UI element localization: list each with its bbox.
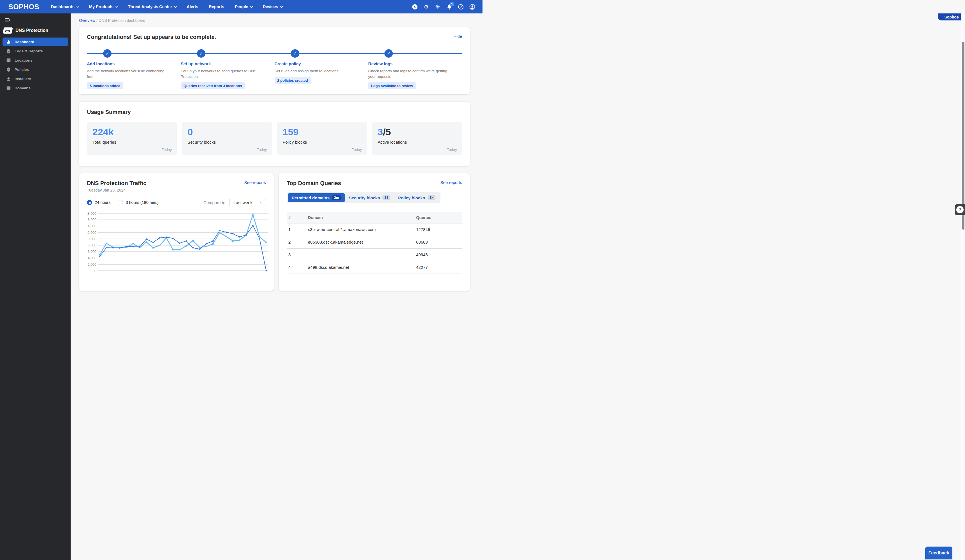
setup-complete-card: Congratulations! Set up appears to be co… bbox=[79, 27, 470, 95]
cell-domain bbox=[306, 248, 414, 261]
metric-label: Security blocks bbox=[188, 140, 266, 144]
step-title: Add locations bbox=[87, 61, 114, 66]
svg-text:14,000: 14,000 bbox=[87, 224, 96, 228]
setup-step-create-policy: ✓Create policySet rules and assign them … bbox=[275, 49, 368, 89]
breadcrumb-separator: / bbox=[96, 18, 99, 23]
metric-period: Today bbox=[257, 148, 267, 152]
metric-suffix: /5 bbox=[383, 127, 391, 137]
bar-chart-icon bbox=[6, 39, 11, 44]
cell-rank: 3 bbox=[287, 248, 306, 261]
primary-nav: DashboardsMy ProductsThreat Analysis Cen… bbox=[51, 5, 282, 9]
nav-item-my-products[interactable]: My Products bbox=[89, 5, 118, 9]
chevron-down-icon bbox=[77, 5, 79, 8]
table-row[interactable]: 4a498.dscd.akamai.net42277 bbox=[287, 261, 462, 274]
server-stack-icon bbox=[6, 86, 11, 90]
dns-traffic-card: DNS Protection Traffic See reports Tuesd… bbox=[79, 173, 274, 280]
sidebar-item-domains[interactable]: Domains bbox=[3, 84, 68, 92]
table-row[interactable]: 1s3-r-w.eu-central-1.amazonaws.com127846 bbox=[287, 223, 462, 236]
sidebar-item-dashboard[interactable]: Dashboard bbox=[3, 38, 68, 46]
metric-card-total-queries: 224kTotal queriesToday bbox=[87, 122, 177, 155]
tab-label: Permitted domains bbox=[292, 196, 329, 200]
top-domains-table: #DomainQueries 1s3-r-w.eu-central-1.amaz… bbox=[287, 212, 462, 274]
metric-value: 224k bbox=[92, 127, 171, 137]
radio-dot-icon bbox=[118, 200, 123, 205]
setup-step-review-logs: ✓Review logsCheck reports and logs to co… bbox=[368, 49, 462, 89]
grid-icon bbox=[6, 58, 11, 63]
step-status-badge[interactable]: 2 policies created bbox=[275, 77, 311, 84]
sidebar-item-policies[interactable]: Policies bbox=[3, 65, 68, 73]
radio-dot-icon bbox=[87, 200, 92, 205]
domain-tabs: Permitted domains2mSecurity blocks33Poli… bbox=[287, 192, 440, 203]
bell-icon[interactable]: 1 bbox=[446, 4, 452, 10]
radio-24-hours[interactable]: 24 hours bbox=[87, 200, 110, 205]
cell-queries: 127846 bbox=[414, 223, 462, 236]
time-range-radios: 24 hours3 hours (180 min.) bbox=[87, 200, 159, 205]
step-title: Create policy bbox=[275, 61, 301, 66]
hide-link[interactable]: Hide bbox=[453, 34, 462, 39]
step-title: Review logs bbox=[368, 61, 393, 66]
breadcrumb-overview-link[interactable]: Overview bbox=[79, 18, 95, 23]
help-icon[interactable]: ? bbox=[458, 4, 464, 10]
step-status-badge[interactable]: 5 locations added bbox=[87, 82, 123, 89]
stepper-steps: ✓Add locationsAdd the network locations … bbox=[87, 49, 462, 89]
sidebar-item-installers[interactable]: Installers bbox=[3, 75, 68, 83]
tab-count-badge: 1k bbox=[428, 195, 435, 200]
sidebar-collapse-icon[interactable] bbox=[5, 17, 11, 23]
metric-label: Active locations bbox=[378, 140, 456, 144]
compare-to-label: Compare to: bbox=[203, 200, 227, 205]
sidebar-menu: DashboardLogs & ReportsLocationsPolicies… bbox=[0, 38, 70, 92]
sidebar-item-logs-reports[interactable]: Logs & Reports bbox=[3, 47, 68, 55]
setup-card-title: Congratulations! Set up appears to be co… bbox=[87, 34, 216, 40]
check-circle-icon: ✓ bbox=[197, 49, 205, 58]
nav-item-dashboards[interactable]: Dashboards bbox=[51, 5, 79, 9]
usage-metric-cards: 224kTotal queriesToday0Security blocksTo… bbox=[87, 122, 462, 155]
brightness-icon[interactable]: ☀ bbox=[435, 4, 441, 10]
svg-text:10,000: 10,000 bbox=[87, 237, 96, 241]
account-icon[interactable] bbox=[469, 4, 475, 10]
tab-count-badge: 2m bbox=[332, 195, 341, 200]
chevron-down-icon bbox=[260, 201, 263, 204]
compare-select[interactable]: Last week bbox=[229, 198, 266, 207]
breadcrumb-current: DNS Protection dashboard bbox=[99, 18, 146, 23]
download-icon bbox=[6, 77, 11, 81]
tab-permitted-domains[interactable]: Permitted domains2m bbox=[288, 193, 345, 202]
traffic-see-reports-link[interactable]: See reports bbox=[244, 180, 266, 185]
traffic-date: Tuesday Jan 23, 2024 bbox=[87, 188, 266, 193]
cell-domain: a498.dscd.akamai.net bbox=[306, 261, 414, 274]
step-description: Check reports and logs to confirm we're … bbox=[368, 68, 462, 79]
domains-see-reports-link[interactable]: See reports bbox=[440, 180, 462, 185]
sidebar-item-locations[interactable]: Locations bbox=[3, 56, 68, 64]
check-circle-icon: ✓ bbox=[103, 49, 111, 58]
top-nav: SOPHOS DashboardsMy ProductsThreat Analy… bbox=[0, 0, 483, 13]
metric-card-active-locations: 3/5Active locationsToday bbox=[372, 122, 462, 155]
radio-3-hours-180-min[interactable]: 3 hours (180 min.) bbox=[118, 200, 159, 205]
dns-product-icon: DNS bbox=[3, 28, 13, 34]
nav-item-label: Alerts bbox=[186, 5, 198, 9]
setup-step-add-locations: ✓Add locationsAdd the network locations … bbox=[87, 49, 181, 89]
step-status-badge[interactable]: Logs available to review bbox=[368, 82, 416, 89]
sidebar-item-label: Dashboard bbox=[15, 40, 34, 44]
chevron-down-icon bbox=[174, 5, 177, 8]
gear-icon[interactable]: ⚙ bbox=[423, 4, 429, 10]
table-row[interactable]: 2e86303.dscx.akamaiedge.net68683 bbox=[287, 236, 462, 248]
nav-item-label: Threat Analysis Center bbox=[128, 5, 172, 9]
nav-item-threat-analysis-center[interactable]: Threat Analysis Center bbox=[128, 5, 176, 9]
chevron-down-icon bbox=[250, 5, 253, 8]
tab-security-blocks[interactable]: Security blocks33 bbox=[345, 193, 394, 202]
table-row[interactable]: 349946 bbox=[287, 248, 462, 261]
cell-rank: 1 bbox=[287, 223, 306, 236]
nav-item-alerts[interactable]: Alerts bbox=[186, 5, 198, 9]
nav-item-reports[interactable]: Reports bbox=[209, 5, 224, 9]
cell-rank: 2 bbox=[287, 236, 306, 248]
nav-item-people[interactable]: People bbox=[235, 5, 252, 9]
traffic-line-chart: 02,0004,0006,0008,00010,00012,00014,0001… bbox=[87, 211, 266, 279]
svg-text:12,000: 12,000 bbox=[87, 231, 96, 235]
health-pulse-icon[interactable] bbox=[412, 4, 418, 10]
tab-policy-blocks[interactable]: Policy blocks1k bbox=[394, 193, 439, 202]
tab-label: Policy blocks bbox=[398, 196, 425, 200]
notification-badge: 1 bbox=[450, 2, 454, 7]
column-header-domain: Domain bbox=[306, 212, 414, 223]
nav-item-devices[interactable]: Devices bbox=[263, 5, 282, 9]
step-status-badge[interactable]: Queries received from 3 locations bbox=[181, 82, 245, 89]
sidebar-item-label: Logs & Reports bbox=[15, 49, 43, 53]
